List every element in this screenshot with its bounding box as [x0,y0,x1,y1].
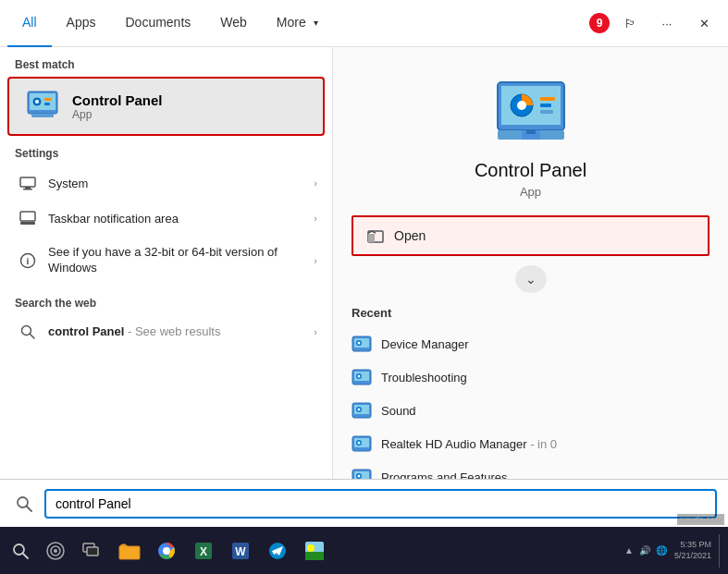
svg-rect-27 [368,234,375,242]
svg-text:W: W [235,545,246,558]
svg-rect-72 [305,552,324,560]
tab-more[interactable]: More ▾ [262,0,333,47]
settings-item-system[interactable]: System › [0,165,332,201]
bitness-label: See if you have a 32-bit or 64-bit versi… [41,245,314,276]
chevron-right-icon-3: › [314,255,317,266]
search-input[interactable] [44,489,717,519]
taskbar-word[interactable]: W [222,532,259,569]
best-match-item[interactable]: Control Panel App [7,77,325,136]
tab-all[interactable]: All [7,0,52,47]
settings-item-bitness[interactable]: i See if you have a 32-bit or 64-bit ver… [0,236,332,286]
svg-point-19 [517,101,526,110]
feedback-button[interactable]: 🏳 [613,6,647,40]
recent-item-icon [352,334,372,354]
system-icon [15,175,41,191]
info-icon: i [15,252,41,269]
close-button[interactable]: ✕ [687,6,721,40]
taskbar-weather[interactable] [296,532,333,569]
recent-item-icon [352,367,372,387]
search-icon [15,324,41,339]
open-button[interactable]: Open [353,217,708,254]
feedback-icon: 🏳 [624,17,636,31]
taskbar-icon [15,210,41,226]
clock[interactable]: 5:35 PM 5/21/2021 [674,540,719,561]
best-match-subtitle: App [72,108,163,121]
recent-item-text: Device Manager [381,337,469,351]
svg-rect-4 [44,98,52,101]
svg-rect-6 [31,114,54,117]
control-panel-icon [24,88,61,125]
recent-label: Recent [333,302,728,327]
taskbar-chrome[interactable] [148,532,185,569]
chevron-right-icon-2: › [314,213,317,224]
taskbar-search-button[interactable] [4,534,37,568]
taskbar-telegram[interactable] [259,532,296,569]
taskbar-file-explorer[interactable] [111,532,148,569]
svg-point-65 [165,548,169,553]
search-window: All Apps Documents Web More ▾ 9 🏳 ··· [0,0,728,527]
svg-text:i: i [27,256,30,266]
watermark: wsxdn.com [677,514,724,525]
system-label: System [41,177,314,190]
app-type: App [520,185,541,199]
right-panel: Control Panel App Open ⌄ [333,47,728,527]
chevron-right-icon: › [314,177,317,189]
svg-point-35 [358,375,361,378]
close-icon: ✕ [699,17,709,31]
recent-item-text: Sound [381,404,416,418]
svg-rect-8 [25,187,31,189]
recent-item-text: Realtek HD Audio Manager - in 0 [381,437,557,451]
search-bar [0,479,728,527]
svg-text:X: X [200,545,207,558]
svg-rect-62 [119,546,129,549]
tab-web[interactable]: Web [205,0,262,47]
recent-item[interactable]: Device Manager [333,327,728,360]
svg-rect-5 [44,103,50,105]
chevron-right-icon-4: › [314,326,317,337]
svg-rect-9 [23,189,32,190]
svg-point-39 [358,409,361,411]
chevron-down-icon-2: ⌄ [525,272,537,287]
svg-rect-21 [540,104,551,107]
search-bar-icon [11,491,37,517]
svg-rect-10 [20,212,35,221]
tab-documents[interactable]: Documents [110,0,205,47]
open-icon [366,226,385,245]
taskbar-label: Taskbar notification area [41,212,314,226]
nav-tabs: All Apps Documents Web More ▾ 9 🏳 ··· [0,0,728,47]
svg-point-58 [54,549,57,553]
open-button-container: Open [352,215,709,256]
web-label: Search the web [0,286,332,315]
chevron-down-icon: ▾ [314,18,318,28]
svg-rect-11 [20,222,35,225]
nav-actions: 9 🏳 ··· ✕ [589,6,721,40]
taskbar-cortana[interactable] [37,532,74,569]
recent-item-text: Troubleshooting [381,371,467,385]
recent-item[interactable]: Realtek HD Audio Manager - in 0 [333,427,728,460]
taskbar-task-view[interactable] [74,532,111,569]
best-match-label: Best match [0,47,332,77]
notification-badge[interactable]: 9 [589,13,610,33]
more-options-button[interactable]: ··· [650,6,684,40]
open-label: Open [394,228,426,243]
svg-point-31 [358,342,361,345]
ellipsis-icon: ··· [662,17,672,31]
expand-button[interactable]: ⌄ [515,265,547,293]
web-search-item[interactable]: control Panel - See web results › [0,315,332,348]
settings-label: Settings [0,136,332,165]
recent-item-icon [352,400,372,421]
show-desktop-button[interactable] [719,534,724,568]
svg-line-15 [31,334,35,338]
settings-item-taskbar[interactable]: Taskbar notification area › [0,201,332,236]
svg-rect-22 [540,110,553,114]
tab-apps[interactable]: Apps [52,0,111,47]
svg-line-55 [23,553,29,558]
svg-line-53 [27,506,32,511]
recent-item[interactable]: Sound [333,394,728,427]
web-search-text: control Panel - See web results [41,324,314,338]
svg-rect-60 [87,547,98,556]
left-panel: Best match Control Panel [0,47,333,527]
recent-item[interactable]: Troubleshooting [333,360,728,394]
svg-rect-25 [526,130,536,134]
taskbar-excel[interactable]: X [185,532,222,569]
